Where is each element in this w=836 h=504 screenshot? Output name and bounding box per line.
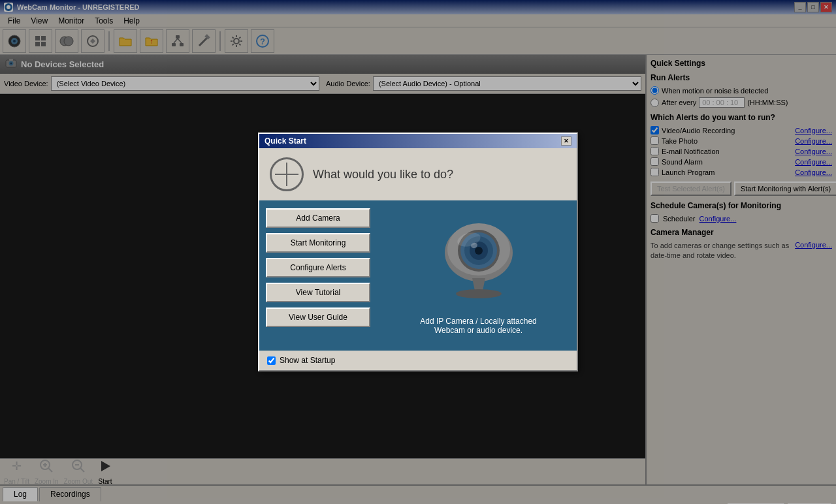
- modal-close-button[interactable]: ✕: [561, 136, 571, 146]
- modal-overlay: Quick Start ✕ What would you like to do?…: [0, 0, 836, 504]
- view-tutorial-button[interactable]: View Tutorial: [266, 283, 370, 302]
- modal-body: What would you like to do? Add Camera St…: [259, 148, 577, 370]
- svg-point-41: [475, 247, 483, 255]
- show-at-startup-label: Show at Startup: [280, 356, 335, 365]
- modal-title-bar: Quick Start ✕: [259, 134, 577, 148]
- quick-start-crosshair-icon: [270, 157, 304, 191]
- add-camera-button[interactable]: Add Camera: [266, 208, 370, 228]
- show-at-startup-checkbox[interactable]: [267, 356, 276, 365]
- modal-image-col: Add IP Camera / Locally attached Webcam …: [380, 200, 577, 351]
- modal-footer: Show at Startup: [259, 351, 577, 370]
- modal-header-row: What would you like to do?: [259, 148, 577, 200]
- modal-content-row: Add Camera Start Monitoring Configure Al…: [259, 200, 577, 351]
- view-user-guide-button[interactable]: View User Guide: [266, 307, 370, 327]
- modal-question-text: What would you like to do?: [313, 168, 453, 181]
- modal-buttons-col: Add Camera Start Monitoring Configure Al…: [259, 200, 380, 351]
- modal-image-caption: Add IP Camera / Locally attached Webcam …: [420, 317, 537, 335]
- svg-point-44: [456, 289, 502, 298]
- quick-start-modal: Quick Start ✕ What would you like to do?…: [258, 133, 578, 371]
- start-monitoring-dialog-button[interactable]: Start Monitoring: [266, 233, 370, 253]
- webcam-illustration: [430, 217, 528, 310]
- configure-alerts-button[interactable]: Configure Alerts: [266, 258, 370, 277]
- modal-title: Quick Start: [265, 136, 306, 146]
